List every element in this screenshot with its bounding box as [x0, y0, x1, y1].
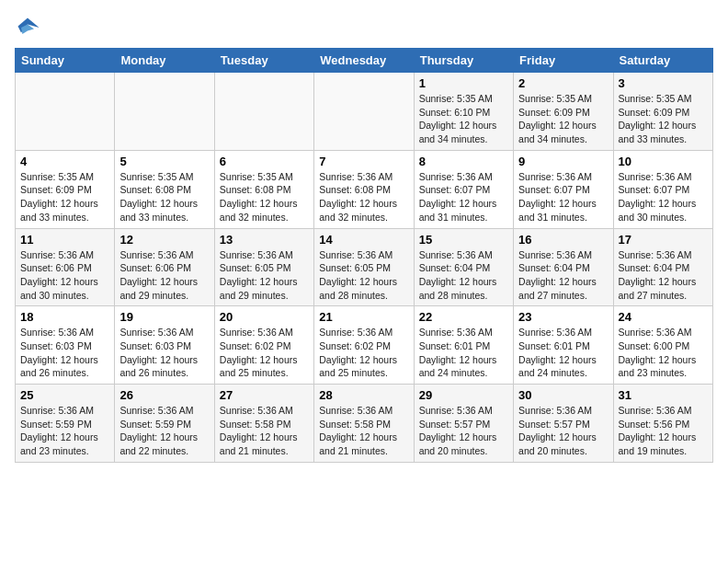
calendar-week-row: 1Sunrise: 5:35 AM Sunset: 6:10 PM Daylig…: [16, 73, 713, 151]
calendar-cell: 17Sunrise: 5:36 AM Sunset: 6:04 PM Dayli…: [613, 228, 712, 306]
calendar-cell: 25Sunrise: 5:36 AM Sunset: 5:59 PM Dayli…: [16, 385, 115, 463]
day-number: 14: [319, 233, 408, 247]
day-info: Sunrise: 5:36 AM Sunset: 6:02 PM Dayligh…: [319, 326, 408, 380]
calendar-cell: 11Sunrise: 5:36 AM Sunset: 6:06 PM Dayli…: [16, 228, 115, 306]
day-number: 26: [119, 388, 209, 402]
day-number: 18: [20, 310, 109, 324]
calendar-week-row: 4Sunrise: 5:35 AM Sunset: 6:09 PM Daylig…: [16, 150, 713, 228]
day-number: 11: [20, 233, 109, 247]
calendar-cell: 9Sunrise: 5:36 AM Sunset: 6:07 PM Daylig…: [514, 150, 613, 228]
calendar-cell: 24Sunrise: 5:36 AM Sunset: 6:00 PM Dayli…: [613, 306, 712, 385]
day-info: Sunrise: 5:36 AM Sunset: 5:57 PM Dayligh…: [518, 404, 608, 458]
day-number: 21: [319, 310, 408, 324]
day-info: Sunrise: 5:36 AM Sunset: 5:59 PM Dayligh…: [20, 404, 109, 458]
day-number: 19: [119, 310, 209, 324]
calendar-cell: 19Sunrise: 5:36 AM Sunset: 6:03 PM Dayli…: [115, 306, 214, 385]
day-info: Sunrise: 5:36 AM Sunset: 6:04 PM Dayligh…: [518, 248, 608, 303]
calendar-cell: 15Sunrise: 5:36 AM Sunset: 6:04 PM Dayli…: [414, 228, 513, 306]
day-number: 22: [419, 310, 508, 324]
day-number: 10: [619, 155, 708, 168]
calendar-cell: 31Sunrise: 5:36 AM Sunset: 5:56 PM Dayli…: [613, 385, 712, 463]
day-info: Sunrise: 5:36 AM Sunset: 6:05 PM Dayligh…: [319, 248, 408, 303]
weekday-header: Saturday: [613, 49, 712, 73]
day-number: 1: [419, 76, 508, 90]
day-info: Sunrise: 5:36 AM Sunset: 6:07 PM Dayligh…: [518, 170, 608, 224]
day-number: 20: [220, 310, 309, 324]
weekday-header: Wednesday: [314, 49, 414, 73]
calendar-week-row: 11Sunrise: 5:36 AM Sunset: 6:06 PM Dayli…: [16, 228, 713, 306]
day-number: 16: [518, 233, 608, 247]
day-info: Sunrise: 5:36 AM Sunset: 6:04 PM Dayligh…: [419, 248, 508, 303]
calendar-cell: 1Sunrise: 5:35 AM Sunset: 6:10 PM Daylig…: [414, 73, 513, 151]
day-info: Sunrise: 5:35 AM Sunset: 6:10 PM Dayligh…: [419, 92, 508, 146]
calendar-cell: 20Sunrise: 5:36 AM Sunset: 6:02 PM Dayli…: [214, 306, 313, 385]
day-number: 23: [518, 310, 608, 324]
calendar-cell: 23Sunrise: 5:36 AM Sunset: 6:01 PM Dayli…: [514, 306, 613, 385]
day-info: Sunrise: 5:35 AM Sunset: 6:09 PM Dayligh…: [619, 92, 708, 146]
day-info: Sunrise: 5:36 AM Sunset: 6:01 PM Dayligh…: [518, 326, 608, 380]
calendar-cell: 7Sunrise: 5:36 AM Sunset: 6:08 PM Daylig…: [314, 150, 414, 228]
calendar-cell: 16Sunrise: 5:36 AM Sunset: 6:04 PM Dayli…: [514, 228, 613, 306]
calendar-cell: 26Sunrise: 5:36 AM Sunset: 5:59 PM Dayli…: [115, 385, 214, 463]
calendar-cell: 29Sunrise: 5:36 AM Sunset: 5:57 PM Dayli…: [414, 385, 513, 463]
day-info: Sunrise: 5:35 AM Sunset: 6:09 PM Dayligh…: [20, 170, 109, 224]
calendar-cell: 6Sunrise: 5:35 AM Sunset: 6:08 PM Daylig…: [214, 150, 313, 228]
logo-bird-icon: [15, 15, 40, 40]
day-info: Sunrise: 5:36 AM Sunset: 6:06 PM Dayligh…: [20, 248, 109, 303]
page-header: [15, 15, 713, 40]
calendar-cell: 21Sunrise: 5:36 AM Sunset: 6:02 PM Dayli…: [314, 306, 414, 385]
day-info: Sunrise: 5:36 AM Sunset: 6:04 PM Dayligh…: [619, 248, 708, 303]
day-info: Sunrise: 5:36 AM Sunset: 5:59 PM Dayligh…: [119, 404, 209, 458]
day-number: 7: [319, 155, 408, 168]
calendar-cell: 27Sunrise: 5:36 AM Sunset: 5:58 PM Dayli…: [214, 385, 313, 463]
day-info: Sunrise: 5:36 AM Sunset: 6:08 PM Dayligh…: [319, 170, 408, 224]
day-number: 15: [419, 233, 508, 247]
day-info: Sunrise: 5:36 AM Sunset: 6:02 PM Dayligh…: [220, 326, 309, 380]
calendar-cell: 2Sunrise: 5:35 AM Sunset: 6:09 PM Daylig…: [514, 73, 613, 151]
day-info: Sunrise: 5:36 AM Sunset: 6:03 PM Dayligh…: [119, 326, 209, 380]
logo: [15, 15, 44, 40]
calendar-cell: [16, 73, 115, 151]
day-info: Sunrise: 5:36 AM Sunset: 6:07 PM Dayligh…: [419, 170, 508, 224]
day-info: Sunrise: 5:35 AM Sunset: 6:08 PM Dayligh…: [220, 170, 309, 224]
day-number: 30: [518, 388, 608, 402]
calendar-week-row: 25Sunrise: 5:36 AM Sunset: 5:59 PM Dayli…: [16, 385, 713, 463]
calendar-cell: 13Sunrise: 5:36 AM Sunset: 6:05 PM Dayli…: [214, 228, 313, 306]
day-number: 29: [419, 388, 508, 402]
weekday-header: Sunday: [16, 49, 115, 73]
day-number: 31: [619, 388, 708, 402]
day-number: 8: [419, 155, 508, 168]
calendar-header-row: SundayMondayTuesdayWednesdayThursdayFrid…: [16, 49, 713, 73]
calendar-cell: 12Sunrise: 5:36 AM Sunset: 6:06 PM Dayli…: [115, 228, 214, 306]
calendar-cell: 22Sunrise: 5:36 AM Sunset: 6:01 PM Dayli…: [414, 306, 513, 385]
day-number: 27: [220, 388, 309, 402]
calendar-cell: 3Sunrise: 5:35 AM Sunset: 6:09 PM Daylig…: [613, 73, 712, 151]
day-number: 24: [619, 310, 708, 324]
day-info: Sunrise: 5:36 AM Sunset: 6:03 PM Dayligh…: [20, 326, 109, 380]
calendar-cell: [214, 73, 313, 151]
calendar-cell: [314, 73, 414, 151]
calendar-cell: 10Sunrise: 5:36 AM Sunset: 6:07 PM Dayli…: [613, 150, 712, 228]
calendar-table: SundayMondayTuesdayWednesdayThursdayFrid…: [15, 48, 713, 463]
day-info: Sunrise: 5:36 AM Sunset: 6:01 PM Dayligh…: [419, 326, 508, 380]
day-number: 4: [20, 155, 109, 168]
day-number: 6: [220, 155, 309, 168]
day-info: Sunrise: 5:36 AM Sunset: 6:00 PM Dayligh…: [619, 326, 708, 380]
calendar-cell: 14Sunrise: 5:36 AM Sunset: 6:05 PM Dayli…: [314, 228, 414, 306]
day-info: Sunrise: 5:35 AM Sunset: 6:09 PM Dayligh…: [518, 92, 608, 146]
day-number: 2: [518, 76, 608, 90]
day-number: 5: [119, 155, 209, 168]
weekday-header: Friday: [514, 49, 613, 73]
calendar-week-row: 18Sunrise: 5:36 AM Sunset: 6:03 PM Dayli…: [16, 306, 713, 385]
day-info: Sunrise: 5:36 AM Sunset: 6:07 PM Dayligh…: [619, 170, 708, 224]
calendar-cell: 28Sunrise: 5:36 AM Sunset: 5:58 PM Dayli…: [314, 385, 414, 463]
calendar-cell: 5Sunrise: 5:35 AM Sunset: 6:08 PM Daylig…: [115, 150, 214, 228]
calendar-cell: 18Sunrise: 5:36 AM Sunset: 6:03 PM Dayli…: [16, 306, 115, 385]
day-info: Sunrise: 5:35 AM Sunset: 6:08 PM Dayligh…: [119, 170, 209, 224]
day-info: Sunrise: 5:36 AM Sunset: 6:06 PM Dayligh…: [119, 248, 209, 303]
day-info: Sunrise: 5:36 AM Sunset: 5:58 PM Dayligh…: [220, 404, 309, 458]
calendar-cell: 30Sunrise: 5:36 AM Sunset: 5:57 PM Dayli…: [514, 385, 613, 463]
calendar-cell: 4Sunrise: 5:35 AM Sunset: 6:09 PM Daylig…: [16, 150, 115, 228]
day-info: Sunrise: 5:36 AM Sunset: 5:57 PM Dayligh…: [419, 404, 508, 458]
weekday-header: Thursday: [414, 49, 513, 73]
